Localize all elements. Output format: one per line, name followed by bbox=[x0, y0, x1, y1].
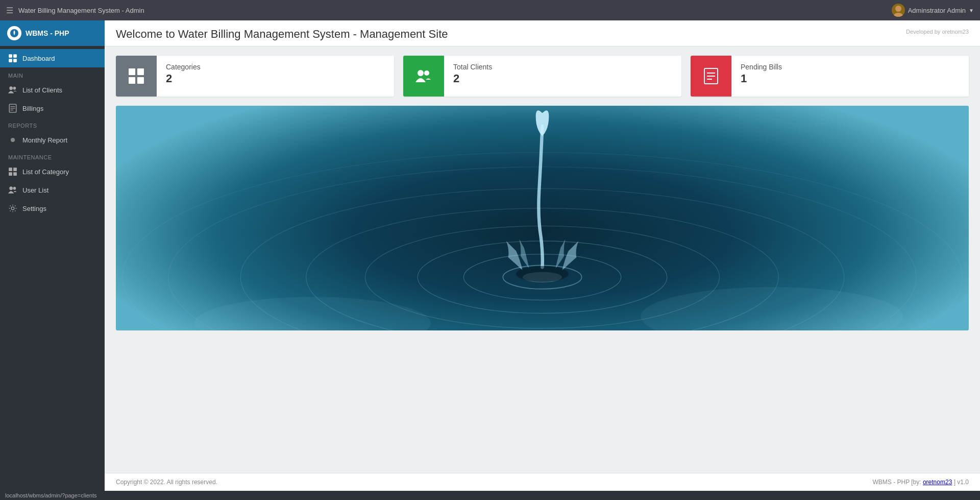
section-label-maintenance: Maintenance bbox=[0, 149, 105, 162]
monthly-report-icon bbox=[8, 135, 17, 145]
svg-rect-23 bbox=[137, 77, 144, 84]
sidebar-item-monthly-report[interactable]: Monthly Report bbox=[0, 131, 105, 149]
sidebar-item-billings[interactable]: Billings bbox=[0, 99, 105, 117]
sidebar-nav: Dashboard Main List of Clients bbox=[0, 46, 105, 491]
svg-rect-15 bbox=[9, 172, 12, 176]
svg-point-19 bbox=[11, 207, 14, 210]
stats-row: Categories 2 Total bbox=[116, 56, 969, 97]
sidebar-brand[interactable]: WBMS - PHP bbox=[0, 20, 105, 46]
pending-bills-label: Pending Bills bbox=[741, 63, 782, 71]
sidebar: WBMS - PHP Dashboard Main bbox=[0, 20, 105, 491]
svg-rect-5 bbox=[9, 59, 12, 62]
footer-copyright: Copyright © 2022. All rights reserved. bbox=[116, 479, 217, 486]
navbar-right: Adminstrator Admin ▼ bbox=[892, 4, 974, 17]
sidebar-item-list-of-clients[interactable]: List of Clients bbox=[0, 81, 105, 99]
sidebar-brand-text: WBMS - PHP bbox=[26, 29, 69, 37]
settings-icon bbox=[8, 204, 17, 213]
svg-point-25 bbox=[424, 70, 429, 76]
stat-card-pending-bills: Pending Bills 1 bbox=[691, 56, 969, 97]
admin-name[interactable]: Adminstrator Admin bbox=[908, 7, 966, 14]
sidebar-item-list-of-category[interactable]: List of Category bbox=[0, 162, 105, 181]
sidebar-item-monthly-report-label: Monthly Report bbox=[22, 136, 67, 144]
main-content: Welcome to Water Billing Management Syst… bbox=[105, 20, 980, 491]
svg-point-1 bbox=[894, 13, 903, 17]
section-label-reports: Reports bbox=[0, 117, 105, 131]
pending-bills-card-body: Pending Bills 1 bbox=[731, 56, 791, 97]
user-list-icon bbox=[8, 185, 17, 195]
svg-point-18 bbox=[13, 187, 16, 190]
svg-point-7 bbox=[9, 86, 13, 90]
clients-card-icon bbox=[403, 56, 444, 97]
category-icon bbox=[8, 167, 17, 176]
pending-bills-value: 1 bbox=[741, 72, 782, 85]
svg-point-17 bbox=[9, 186, 13, 190]
bills-card-icon bbox=[691, 56, 731, 97]
svg-rect-20 bbox=[129, 68, 135, 75]
categories-label: Categories bbox=[166, 63, 201, 71]
sidebar-item-category-label: List of Category bbox=[22, 168, 69, 176]
billings-icon bbox=[8, 104, 17, 113]
stat-card-categories: Categories 2 bbox=[116, 56, 394, 97]
footer: Copyright © 2022. All rights reserved. W… bbox=[105, 473, 980, 491]
sidebar-item-dashboard-label: Dashboard bbox=[22, 55, 55, 62]
sidebar-item-user-list[interactable]: User List bbox=[0, 181, 105, 199]
svg-rect-14 bbox=[13, 168, 17, 171]
top-navbar: ☰ Water Billing Management System - Admi… bbox=[0, 0, 980, 20]
layout: WBMS - PHP Dashboard Main bbox=[0, 20, 980, 491]
svg-rect-4 bbox=[13, 54, 17, 58]
sidebar-item-settings-label: Settings bbox=[22, 205, 46, 212]
brand-icon bbox=[7, 26, 21, 40]
svg-rect-16 bbox=[13, 172, 17, 176]
footer-version: WBMS - PHP [by: oretnom23 ] v1.0 bbox=[872, 479, 969, 486]
svg-point-0 bbox=[895, 6, 901, 12]
navbar-left: ☰ Water Billing Management System - Admi… bbox=[6, 6, 144, 15]
svg-point-8 bbox=[13, 87, 16, 90]
stat-card-total-clients: Total Clients 2 bbox=[403, 56, 681, 97]
sidebar-item-user-list-label: User List bbox=[22, 186, 48, 194]
page-title: Welcome to Water Billing Management Syst… bbox=[116, 28, 448, 41]
water-image bbox=[116, 106, 969, 330]
status-url: localhost/wbms/admin/?page=clients bbox=[5, 492, 96, 498]
svg-rect-22 bbox=[129, 77, 135, 84]
dashboard-icon bbox=[8, 54, 17, 63]
total-clients-label: Total Clients bbox=[453, 63, 492, 71]
svg-rect-13 bbox=[9, 168, 12, 171]
svg-point-24 bbox=[418, 70, 424, 76]
hamburger-icon[interactable]: ☰ bbox=[6, 6, 13, 15]
content-header: Welcome to Water Billing Management Syst… bbox=[105, 20, 980, 46]
navbar-title: Water Billing Management System - Admin bbox=[18, 7, 144, 14]
sidebar-item-billings-label: Billings bbox=[22, 105, 43, 112]
svg-rect-21 bbox=[137, 68, 144, 75]
categories-card-icon bbox=[116, 56, 157, 97]
total-clients-value: 2 bbox=[453, 72, 492, 85]
categories-value: 2 bbox=[166, 72, 201, 85]
sidebar-item-settings[interactable]: Settings bbox=[0, 199, 105, 218]
categories-card-body: Categories 2 bbox=[157, 56, 210, 97]
status-bar: localhost/wbms/admin/?page=clients bbox=[0, 491, 980, 500]
content-body: Categories 2 Total bbox=[105, 46, 980, 473]
sidebar-item-dashboard[interactable]: Dashboard bbox=[0, 49, 105, 67]
clients-icon bbox=[8, 85, 17, 94]
svg-point-43 bbox=[516, 266, 569, 282]
footer-author-link[interactable]: oretnom23 bbox=[923, 479, 952, 486]
svg-rect-6 bbox=[13, 59, 17, 62]
avatar bbox=[892, 4, 905, 17]
developed-by: Developed by oretnom23 bbox=[906, 29, 969, 35]
admin-dropdown-icon[interactable]: ▼ bbox=[969, 8, 974, 13]
total-clients-card-body: Total Clients 2 bbox=[444, 56, 501, 97]
sidebar-item-clients-label: List of Clients bbox=[22, 86, 62, 94]
svg-rect-3 bbox=[9, 54, 12, 58]
section-label-main: Main bbox=[0, 67, 105, 81]
